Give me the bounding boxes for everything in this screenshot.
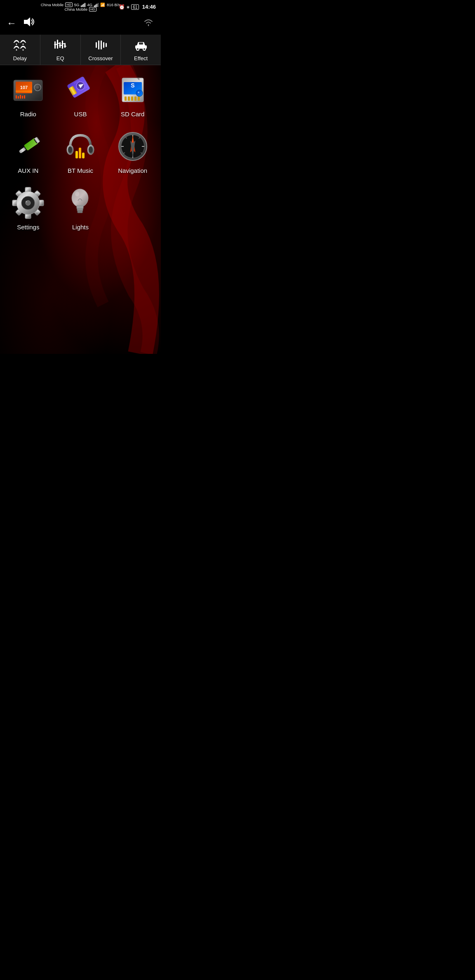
tab-crossover-label: Crossover <box>88 55 113 61</box>
sdcard-icon-wrap: S <box>116 73 149 106</box>
svg-point-29 <box>36 86 39 89</box>
svg-rect-31 <box>18 96 19 99</box>
svg-rect-90 <box>77 209 83 211</box>
effect-icon <box>134 39 148 54</box>
svg-rect-19 <box>106 43 107 47</box>
apps-grid: 107 Radio <box>0 65 161 243</box>
svg-marker-0 <box>24 17 30 26</box>
tab-crossover[interactable]: Crossover <box>81 35 121 65</box>
svg-point-4 <box>23 49 24 51</box>
tab-effect[interactable]: Effect <box>121 35 161 65</box>
svg-rect-6 <box>57 40 58 49</box>
app-radio[interactable]: 107 Radio <box>4 73 52 118</box>
svg-point-58 <box>68 146 72 153</box>
usb-icon-wrap <box>64 73 97 106</box>
svg-rect-32 <box>20 95 21 99</box>
radio-icon-wrap: 107 <box>12 73 45 106</box>
app-usb[interactable]: USB <box>56 73 105 118</box>
svg-text:107: 107 <box>20 85 28 90</box>
network2-label: 4G <box>87 2 92 7</box>
svg-point-60 <box>89 146 93 153</box>
svg-point-21 <box>136 48 139 50</box>
tab-eq[interactable]: EQ <box>40 35 81 65</box>
svg-rect-33 <box>22 96 23 99</box>
svg-rect-30 <box>16 95 17 99</box>
btmusic-label: BT Music <box>68 167 93 174</box>
crossover-icon <box>93 39 108 54</box>
status-right-icons: ⏰ ∗ 61 14:46 <box>119 4 156 10</box>
tab-effect-label: Effect <box>134 55 148 61</box>
svg-rect-34 <box>24 95 25 99</box>
hd-badge2: HD <box>89 7 96 12</box>
tab-delay-label: Delay <box>13 55 27 61</box>
svg-point-88 <box>72 189 88 207</box>
network1-label: 5G <box>74 2 80 7</box>
svg-rect-15 <box>96 42 97 48</box>
radio-label: Radio <box>20 111 36 118</box>
sdcard-label: SD Card <box>121 111 145 118</box>
top-bar: ← <box>0 13 161 35</box>
svg-rect-16 <box>98 40 99 49</box>
usb-label: USB <box>74 111 87 118</box>
carrier1-label: China Mobile <box>41 2 63 7</box>
svg-rect-49 <box>138 97 140 101</box>
signal2-icon <box>94 3 99 7</box>
volume-button[interactable] <box>23 16 35 30</box>
svg-rect-13 <box>61 43 65 44</box>
status-bar: China Mobile HD 5G 4G 📶 816 B/s China Mo… <box>0 0 161 13</box>
btmusic-icon-wrap <box>64 130 97 163</box>
auxin-label: AUX IN <box>18 167 38 174</box>
navigation-icon-wrap <box>116 130 149 163</box>
svg-rect-11 <box>56 43 60 44</box>
app-btmusic[interactable]: BT Music <box>56 130 105 174</box>
lights-icon-wrap <box>64 186 97 219</box>
app-auxin[interactable]: AUX IN <box>4 130 52 174</box>
svg-rect-48 <box>134 97 136 101</box>
hd-badge: HD <box>65 2 73 7</box>
svg-rect-47 <box>131 97 133 101</box>
tab-bar: Delay EQ <box>0 35 161 65</box>
svg-rect-17 <box>101 40 102 49</box>
wifi-status-icon <box>143 17 154 29</box>
auxin-icon-wrap <box>12 130 45 163</box>
tab-delay[interactable]: Delay <box>0 35 40 65</box>
svg-rect-63 <box>82 153 85 158</box>
alarm-icon: ⏰ <box>119 4 125 10</box>
back-button[interactable]: ← <box>7 17 16 29</box>
app-settings[interactable]: Settings <box>4 186 52 231</box>
svg-rect-23 <box>139 42 143 45</box>
svg-rect-61 <box>75 151 78 158</box>
svg-rect-91 <box>78 211 82 213</box>
svg-text:S: S <box>131 82 134 89</box>
tab-eq-label: EQ <box>56 55 64 61</box>
svg-rect-46 <box>128 97 130 101</box>
app-sdcard[interactable]: S SD Card <box>108 73 157 118</box>
svg-point-87 <box>26 201 27 203</box>
svg-point-2 <box>23 44 24 45</box>
svg-point-92 <box>75 191 79 196</box>
battery-icon: 61 <box>131 5 139 10</box>
svg-rect-18 <box>103 42 104 48</box>
svg-rect-10 <box>54 44 57 45</box>
main-content: 107 Radio <box>0 65 161 354</box>
svg-rect-12 <box>59 45 62 46</box>
svg-rect-14 <box>64 46 66 47</box>
signal1-icon <box>81 3 85 7</box>
svg-point-1 <box>16 44 17 45</box>
carrier2-label: China Mobile <box>64 7 87 12</box>
lights-label: Lights <box>72 224 89 231</box>
svg-point-51 <box>138 92 139 93</box>
carrier-info: China Mobile HD 5G 4G 📶 816 B/s China Mo… <box>41 2 120 12</box>
time-label: 14:46 <box>142 4 156 10</box>
app-lights[interactable]: Lights <box>56 186 105 231</box>
top-left-controls: ← <box>7 16 35 30</box>
app-navigation[interactable]: Navigation <box>108 130 157 174</box>
svg-rect-62 <box>79 148 81 158</box>
svg-rect-8 <box>62 40 63 49</box>
navigation-label: Navigation <box>118 167 147 174</box>
data-speed: 816 B/s <box>107 2 120 7</box>
svg-rect-89 <box>77 205 83 209</box>
svg-rect-45 <box>125 97 127 101</box>
svg-point-22 <box>143 48 146 50</box>
svg-point-3 <box>16 49 17 51</box>
